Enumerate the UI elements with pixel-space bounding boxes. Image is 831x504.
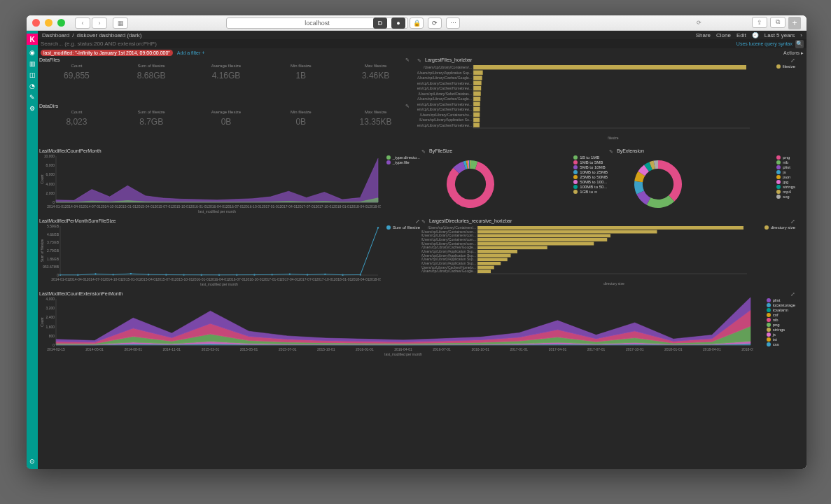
panel-edit-icon[interactable]: ✎ [609, 149, 613, 155]
svg-text:2016-10-01: 2016-10-01 [471, 347, 489, 351]
svg-rect-12 [473, 97, 480, 101]
svg-text:/Users/cp/Library/Caches/Googl: /Users/cp/Library/Caches/Google... [417, 97, 472, 101]
breadcrumb-current[interactable]: diskover dashboard (dark) [76, 32, 141, 38]
svg-text:2015-07-01: 2015-07-01 [158, 277, 176, 281]
panel-lastmodext: LastModifiedCountExtensionPerMonth 2014-… [39, 291, 795, 358]
breadcrumb-root[interactable]: Dashboard [42, 32, 69, 38]
close-window-icon[interactable] [32, 19, 40, 27]
svg-point-69 [289, 274, 291, 275]
clone-link[interactable]: Clone [716, 32, 731, 38]
expand-icon[interactable]: ⤢ [790, 218, 795, 225]
discover-icon[interactable]: ◉ [29, 49, 36, 56]
panel-edit-icon[interactable]: ✎ [417, 58, 421, 64]
share-icon[interactable]: ⇪ [752, 17, 767, 28]
dashboard-icon[interactable]: ◫ [29, 71, 36, 78]
kibana-sidebar: K ◉ ▥ ◫ ◔ ✎ ⚙ ⊙ [27, 31, 38, 469]
svg-text:2016-10-01: 2016-10-01 [244, 204, 262, 209]
svg-point-74 [377, 227, 379, 228]
svg-text:2015-07-01: 2015-07-01 [155, 204, 173, 209]
svg-text:/Users/cp/Library/Caches/Homeb: /Users/cp/Library/Caches/Homebrew... [417, 81, 472, 85]
svg-text:2018-07-01: 2018-07-01 [369, 204, 381, 209]
svg-text:2014-07-01: 2014-07-01 [83, 204, 101, 209]
svg-text:/Users/cp/Library/Caches/Homeb: /Users/cp/Library/Caches/Homebrew... [417, 102, 472, 106]
refresh-icon[interactable]: ⟳ [428, 18, 442, 29]
maximize-window-icon[interactable] [57, 19, 65, 27]
svg-text:2015-10-01: 2015-10-01 [172, 204, 190, 209]
svg-text:2014-07-01: 2014-07-01 [87, 277, 105, 281]
svg-point-58 [95, 273, 96, 274]
search-button[interactable]: 🔍 [795, 40, 804, 48]
svg-text:2017-10-01: 2017-10-01 [316, 277, 335, 281]
svg-text:0: 0 [57, 273, 59, 277]
chevron-right-icon[interactable]: › [800, 32, 802, 38]
sidebar-toggle-icon[interactable]: ▦ [113, 18, 128, 29]
svg-text:0: 0 [53, 343, 55, 347]
panel-edit-icon[interactable]: ✎ [421, 149, 426, 155]
expand-icon[interactable]: ⤢ [790, 57, 795, 64]
svg-rect-14 [473, 102, 480, 106]
adblock-icon[interactable]: ● [391, 18, 405, 29]
share-link[interactable]: Share [696, 32, 711, 38]
svg-text:2014-02-15: 2014-02-15 [47, 347, 65, 351]
lock-icon[interactable]: 🔒 [410, 18, 424, 29]
panel-largestdirs: ✎LargestDirectories_recursive_horizbar /… [421, 218, 795, 288]
kibana-logo-icon[interactable]: K [27, 34, 38, 45]
svg-text:Count: Count [40, 317, 44, 327]
filter-pill[interactable]: last_modified: "-Infinity to January 1st… [41, 50, 173, 56]
panel-title: LargestDirectories_recursive_horizbar [429, 218, 512, 223]
panel-edit-icon[interactable]: ✎ [421, 219, 426, 225]
devtools-icon[interactable]: ✎ [29, 94, 36, 101]
forward-button[interactable]: › [92, 18, 107, 29]
svg-rect-107 [477, 230, 657, 234]
more-icon[interactable]: ⋯ [446, 18, 460, 29]
edit-link[interactable]: Edit [736, 32, 746, 38]
panel-edit-icon[interactable]: ✎ [405, 104, 410, 109]
url-text: localhost [305, 20, 330, 27]
svg-text:2014-04-01: 2014-04-01 [69, 277, 87, 281]
svg-text:2018-01-01: 2018-01-01 [334, 277, 352, 281]
add-filter-link[interactable]: Add a filter + [177, 50, 205, 55]
byext-chart [609, 155, 707, 214]
svg-rect-111 [477, 238, 607, 241]
svg-text:8,000: 8,000 [46, 163, 55, 167]
svg-text:2018-04-01: 2018-04-01 [351, 204, 370, 209]
panel-title: LastModifiedCountExtensionPerMonth [39, 291, 795, 296]
svg-text:2016-07-01: 2016-07-01 [433, 347, 451, 351]
collapse-icon[interactable]: ⊙ [29, 458, 36, 465]
tabs-icon[interactable]: ⧉ [770, 17, 785, 28]
timelion-icon[interactable]: ◔ [29, 83, 36, 90]
extension-icon[interactable]: D [373, 18, 387, 29]
svg-text:2017-07-01: 2017-07-01 [587, 347, 606, 351]
expand-icon[interactable]: ⤢ [790, 291, 795, 298]
main-content: Dashboard / diskover dashboard (dark) Sh… [38, 31, 806, 469]
minimize-window-icon[interactable] [45, 19, 53, 27]
svg-point-66 [236, 274, 237, 275]
svg-text:2018-07-01: 2018-07-01 [369, 277, 381, 281]
panel-edit-icon[interactable]: ✎ [405, 57, 410, 63]
svg-text:2017-01-01: 2017-01-01 [263, 277, 281, 281]
svg-text:2014-10-01: 2014-10-01 [101, 204, 119, 209]
svg-text:2017-01-01: 2017-01-01 [262, 204, 280, 209]
lastmodsize-chart: 2014-01-012014-04-012014-07-012014-10-01… [39, 225, 381, 286]
management-icon[interactable]: ⚙ [29, 105, 36, 112]
reload-icon[interactable]: ⟳ [697, 20, 701, 26]
svg-text:2014-08-01: 2014-08-01 [124, 347, 142, 351]
visualize-icon[interactable]: ▥ [29, 60, 36, 67]
svg-text:2016-01-01: 2016-01-01 [190, 204, 209, 209]
svg-text:/Users/cp/Library/Caches/Googl: /Users/cp/Library/Caches/Google... [417, 76, 472, 80]
svg-text:filesize: filesize [608, 136, 619, 140]
svg-rect-115 [477, 246, 547, 249]
time-picker[interactable]: Last 5 years [764, 32, 795, 38]
svg-text:2015-10-01: 2015-10-01 [175, 277, 193, 281]
lucene-hint[interactable]: Uses lucene query syntax [736, 41, 792, 46]
svg-text:2016-01-01: 2016-01-01 [193, 277, 211, 281]
svg-text:2.79GB: 2.79GB [47, 248, 60, 253]
svg-rect-119 [477, 254, 511, 258]
search-input[interactable] [41, 41, 734, 47]
back-button[interactable]: ‹ [75, 18, 90, 29]
svg-point-65 [218, 274, 220, 276]
filter-actions[interactable]: Actions ▸ [783, 50, 804, 56]
svg-text:last_modified per month: last_modified per month [198, 209, 236, 214]
expand-icon[interactable]: ⤢ [415, 218, 420, 225]
new-tab-button[interactable]: + [788, 17, 801, 29]
